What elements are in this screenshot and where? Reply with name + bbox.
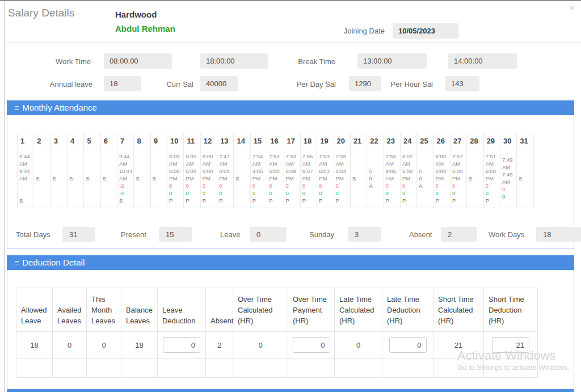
close-icon[interactable]: × [570,3,575,14]
deduction-input[interactable] [163,337,200,353]
attendance-day-cell: 7:47 AM6:04 PM00P [217,149,234,208]
joining-date-input[interactable] [393,23,458,39]
time-out: 6:04 PM [336,167,351,182]
deduction-column-header: Late Time Calculated (HR) [335,288,382,332]
late-value: 0 [436,182,439,189]
deduction-input[interactable] [293,337,330,353]
time-in: 9:44 AM [119,153,134,167]
attendance-day-cell: S [467,149,483,208]
attendance-day-header: 11 [184,133,200,149]
deduction-column-header: Balance Leaves [121,288,158,332]
break-time-to-input[interactable] [448,53,517,69]
time-out: 7:49 AM [502,171,517,186]
attendance-cell-content: S [235,175,249,182]
time-in: 7:51 AM [486,153,500,167]
time-out: 6:00 PM [269,167,284,182]
employee-name: Abdul Rehman [115,24,175,33]
late-value: 0 [319,182,322,189]
deduction-value-cell: 18 [16,332,53,359]
annual-leave-input[interactable] [104,76,141,91]
summary-input-work-days[interactable] [536,227,581,242]
attendance-table: 1234567891011121314151617181920212223242… [17,133,534,208]
work-time-from-input[interactable] [104,53,172,69]
overtime-value: 0 [286,189,289,197]
attendance-day-cell: S [84,149,100,208]
attendance-cell-content: 7:58 AM9:06 AM00P [386,153,399,204]
attendance-cell-content: 7:53 AM6:03 PM00P [319,153,332,204]
deduction-value-cell: 0 [233,332,288,359]
overtime-value: 0 [269,189,272,197]
late-value: 0 [286,182,289,189]
status-letter: S [103,175,106,182]
attendance-cell-content: 7:53 AM6:09 PM00P [286,153,300,204]
attendance-day-header: 17 [284,133,300,149]
status-letter: P [252,197,256,204]
attendance-day-header: 23 [384,133,400,149]
time-out: 6:00 PM [203,167,217,182]
attendance-day-cell: 7:53 AM6:03 PM00P [317,149,334,208]
time-in: 8:07 AM [402,153,417,167]
attendance-cell-content: S [53,175,66,182]
per-hour-sal-input[interactable] [445,76,479,91]
attendance-panel-title: Monthly Attendance [22,103,97,112]
attendance-day-cell: S [234,149,250,208]
status-letter: P [219,197,222,204]
attendance-day-cell: 8:07 AM6:00 PM00P [400,149,416,208]
overtime-value: 0 [386,189,389,197]
attendance-day-cell: 7:57 AM6:00 PM00P [450,149,466,208]
work-time-to-input[interactable] [200,53,268,69]
summary-input-total-days[interactable] [62,227,95,242]
time-in: 7:53 AM [286,153,301,167]
summary-input-absent[interactable] [441,227,477,242]
curr-sal-input[interactable] [200,76,238,91]
attendance-cell-content: 9:44 AM10:44 AM-2-2S [119,153,133,204]
status-letter: P [336,197,339,204]
deduction-value-cell: 0 [335,332,382,359]
attendance-day-header: 12 [200,133,217,149]
overtime-value: 0 [169,189,172,197]
attendance-day-header: 10 [167,133,184,149]
annual-leave-label: Annual leave [36,80,92,88]
deduction-column-header: Short Time Deduction (HR) [484,288,538,332]
summary-label: Work Days [489,230,524,239]
attendance-day-cell: 8:00 AM6:00 PM00P [200,149,217,208]
status-letter: S [36,175,39,182]
time-out: 6:03 PM [319,167,334,182]
attendance-cell-content: S [153,175,166,182]
summary-input-present[interactable] [159,227,192,242]
deduction-empty-cell [121,359,158,378]
attendance-day-header: 28 [467,133,483,149]
attendance-day-cell: S [350,149,367,208]
summary-input-sunday[interactable] [348,227,381,242]
attendance-day-header: 15 [250,133,267,149]
time-out: 6:00 PM [436,167,451,182]
overtime-value: 0 [186,189,188,197]
summary-input-leave[interactable] [250,227,287,242]
attendance-cell-content: 00A [419,167,432,189]
summary-label: Sunday [309,230,334,239]
header-divider [5,42,581,43]
salary-details-dialog: Salary Details Hardwood Abdul Rehman × J… [0,0,581,392]
status-letter: P [203,197,206,204]
status-letter: S [153,175,156,182]
overtime-value: 0 [402,189,405,197]
attendance-panel-header: ≡Monthly Attendance [7,100,574,115]
attendance-cell-content: S [36,175,49,182]
attendance-cell-content: S [469,175,482,182]
status-letter: S [86,175,89,182]
break-time-from-input[interactable] [357,53,427,69]
attendance-day-cell: 8:00 AM6:00 PM00P [167,149,184,208]
late-value: 0 [269,182,272,189]
status-letter: P [186,197,189,204]
page-title: Salary Details [8,7,74,19]
late-value: 0 [336,182,339,189]
attendance-cell-content: 8:00 AM6:00 PM00P [203,153,216,204]
status-letter: P [436,197,439,204]
deduction-input[interactable] [389,337,427,353]
attendance-day-cell: S [517,149,534,208]
attendance-day-header: 9 [150,133,167,149]
attendance-day-cell: 00A [417,149,433,208]
attendance-day-header: 31 [517,133,534,149]
attendance-day-cell: S [50,149,67,208]
time-in: 8:00 AM [169,153,184,167]
